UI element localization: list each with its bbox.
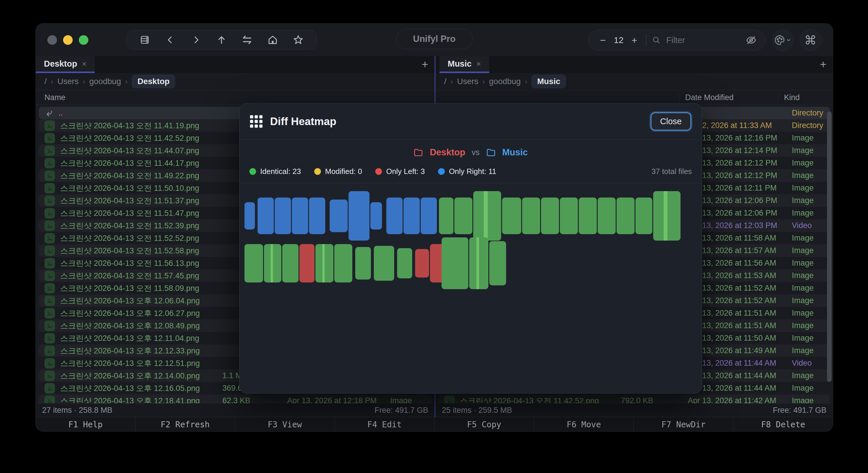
heatmap-cell-only-right[interactable] <box>330 200 348 232</box>
heatmap-cell-identical[interactable] <box>617 198 634 234</box>
forward-icon[interactable] <box>185 32 207 48</box>
heatmap-cell-identical[interactable] <box>502 198 521 234</box>
breadcrumb-separator: › <box>451 77 453 86</box>
fn-key-f8[interactable]: F8 Delete <box>733 417 833 432</box>
heatmap-cell-identical[interactable] <box>636 198 652 234</box>
filter-input[interactable] <box>666 35 745 46</box>
heatmap-cell-identical[interactable] <box>245 244 263 283</box>
heatmap-cell-identical[interactable] <box>441 237 468 289</box>
heatmap-cell-only-right[interactable] <box>245 202 255 230</box>
heatmap-cell-only-right[interactable] <box>421 198 437 234</box>
file-name: 스크린샷 2026-04-13 오전 11.58.09.png <box>60 283 199 294</box>
heatmap-cell-identical[interactable] <box>489 241 506 285</box>
heatmap-cell-identical[interactable] <box>473 191 501 241</box>
heatmap-cell-identical[interactable] <box>355 247 371 279</box>
heatmap-cell-only-right[interactable] <box>257 198 274 234</box>
breadcrumb-item[interactable]: Users <box>57 77 79 86</box>
heatmap-cell-identical[interactable] <box>282 244 299 283</box>
file-kind: Image <box>786 158 830 168</box>
heatmap-cell-identical[interactable] <box>541 198 559 234</box>
breadcrumb-item[interactable]: Desktop <box>132 75 175 88</box>
heatmap-cell-identical[interactable] <box>560 198 578 234</box>
image-file-icon <box>44 158 55 169</box>
star-icon[interactable] <box>287 32 309 48</box>
file-row[interactable]: 스크린샷 2026-04-13 오후 12.18.41.png62.3 KBAp… <box>39 394 432 403</box>
column-header-date-modified[interactable]: Date Modified <box>680 93 778 102</box>
heatmap-cell-only-right[interactable] <box>275 198 291 234</box>
scrollbar[interactable] <box>827 107 832 401</box>
tab-desktop[interactable]: Desktop × <box>36 56 95 73</box>
fn-key-f6[interactable]: F6 Move <box>534 417 633 432</box>
tab-music[interactable]: Music × <box>439 56 489 73</box>
zoom-out-button[interactable]: − <box>596 35 609 46</box>
heatmap-cell-identical[interactable] <box>397 248 412 278</box>
legend-item: Only Right: 11 <box>438 167 496 176</box>
breadcrumb-item[interactable]: / <box>444 77 446 86</box>
breadcrumb-item[interactable]: / <box>44 77 47 86</box>
column-header-kind[interactable]: Kind <box>778 93 833 102</box>
back-icon[interactable] <box>160 32 181 48</box>
heatmap-cell-only-left[interactable] <box>415 249 429 277</box>
archive-icon[interactable] <box>134 32 156 48</box>
fn-key-f5[interactable]: F5 Copy <box>434 417 534 432</box>
heatmap-cell-only-right[interactable] <box>292 198 308 234</box>
heatmap-cell-identical[interactable] <box>439 198 454 234</box>
file-name: 스크린샷 2026-04-13 오전 11.44.07.png <box>60 145 199 156</box>
window-minimize-button[interactable] <box>63 35 73 45</box>
heatmap-cell-only-right[interactable] <box>309 198 325 234</box>
file-kind: Image <box>786 259 830 268</box>
tab-close-icon[interactable]: × <box>82 59 86 69</box>
heatmap-cell-identical[interactable] <box>579 198 597 234</box>
command-menu-button[interactable]: ⌘ <box>800 29 821 51</box>
swap-icon[interactable] <box>236 32 258 48</box>
window-zoom-button[interactable] <box>79 35 88 45</box>
theme-menu-button[interactable] <box>772 29 793 51</box>
fn-key-f3[interactable]: F3 View <box>235 417 335 432</box>
close-button[interactable]: Close <box>651 112 691 130</box>
fn-key-f4[interactable]: F4 Edit <box>335 417 434 432</box>
heatmap-cell-only-right[interactable] <box>386 198 403 234</box>
compare-vs: vs <box>472 148 479 157</box>
file-name: 스크린샷 2026-04-13 오후 12.12.33.png <box>60 346 200 356</box>
tab-label: Desktop <box>44 59 77 69</box>
window-close-button[interactable] <box>48 35 57 45</box>
heatmap-cell-identical[interactable] <box>264 244 281 283</box>
heatmap-cell-only-right[interactable] <box>348 191 369 241</box>
up-icon[interactable] <box>211 32 232 48</box>
zoom-in-button[interactable]: + <box>628 35 641 46</box>
heatmap-cell-only-right[interactable] <box>370 202 382 230</box>
fn-key-f2[interactable]: F2 Refresh <box>135 417 235 432</box>
heatmap-cell-identical[interactable] <box>454 198 472 234</box>
file-name: 스크린샷 2026-04-13 오전 11.52.39.png <box>60 220 199 231</box>
file-row[interactable]: 스크린샷 2026-04-13 오전 11.42.52.png792.0 KBA… <box>438 394 830 403</box>
scrollbar-thumb[interactable] <box>827 111 832 382</box>
image-file-icon <box>44 321 55 331</box>
right-column-headers: Date Modified Kind <box>435 90 833 105</box>
breadcrumb-item[interactable]: goodbug <box>89 77 121 86</box>
heatmap-cell-identical[interactable] <box>334 244 352 283</box>
file-size: 62.3 KB <box>222 396 282 403</box>
breadcrumb-item[interactable]: Music <box>531 75 566 88</box>
breadcrumb-item[interactable]: Users <box>457 77 478 86</box>
heatmap-cell-identical[interactable] <box>469 237 488 289</box>
tab-close-icon[interactable]: × <box>476 59 481 69</box>
heatmap-cell-identical[interactable] <box>598 198 616 234</box>
heatmap-cell-identical[interactable] <box>374 246 394 281</box>
heatmap-cell-identical[interactable] <box>653 191 681 241</box>
file-name: 스크린샷 2026-04-13 오후 12.06.27.png <box>60 308 200 319</box>
home-icon[interactable] <box>262 32 283 48</box>
file-name: 스크린샷 2026-04-13 오전 11.44.17.png <box>60 158 199 169</box>
heatmap-cell-only-left[interactable] <box>300 244 314 283</box>
add-tab-button[interactable]: + <box>820 58 827 71</box>
fn-key-f1[interactable]: F1 Help <box>36 417 135 432</box>
add-tab-button[interactable]: + <box>422 58 428 71</box>
eye-off-icon[interactable] <box>745 34 757 46</box>
breadcrumb-item[interactable]: goodbug <box>489 77 521 86</box>
fn-key-f7[interactable]: F7 NewDir <box>633 417 733 432</box>
heatmap-cell-identical[interactable] <box>315 244 334 283</box>
column-header-name[interactable]: Name <box>36 93 222 102</box>
heatmap-legend: Identical: 23Modified: 0Only Left: 3Only… <box>240 160 702 183</box>
heatmap-cell-identical[interactable] <box>522 198 540 234</box>
heatmap-cell-only-right[interactable] <box>403 198 420 234</box>
file-date-modified: Apr 13, 2026 at 12:18 PM <box>282 396 385 403</box>
